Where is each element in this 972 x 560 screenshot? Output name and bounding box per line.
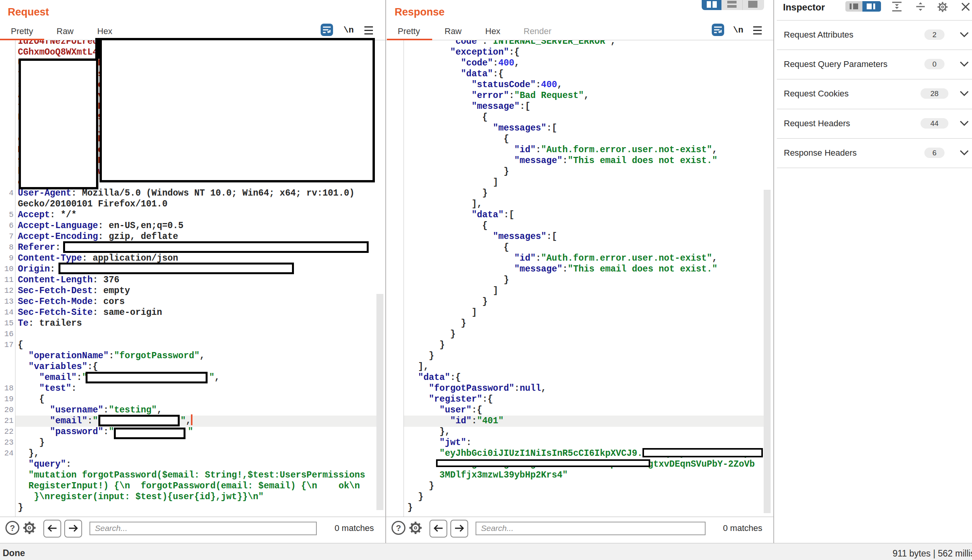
svg-text:?: ?	[10, 523, 15, 533]
svg-text:?: ?	[396, 523, 401, 533]
